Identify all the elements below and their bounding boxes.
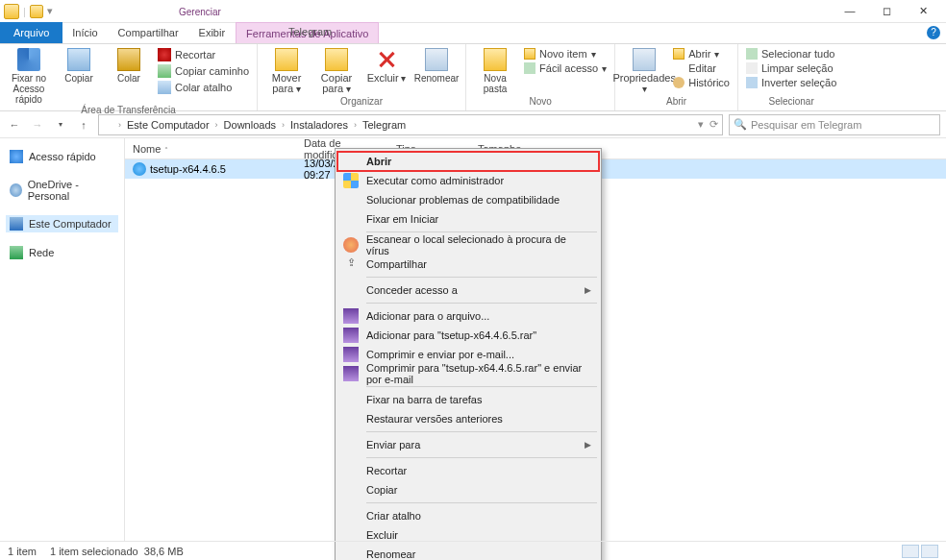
search-box[interactable]: 🔍 Pesquisar em Telegram	[729, 114, 940, 135]
search-icon: 🔍	[734, 118, 747, 131]
ribbon: Fixar no Acesso rápido Copiar Colar Reco…	[0, 44, 946, 111]
breadcrumb-item[interactable]: Telegram	[359, 119, 410, 131]
group-open: Propriedades ▾ Abrir ▾ Editar Histórico …	[615, 44, 738, 110]
group-label: Abrir	[623, 96, 730, 109]
tab-home[interactable]: Início	[62, 22, 108, 43]
submenu-arrow-icon: ▶	[585, 440, 591, 450]
ribbon-tabs: Gerenciar Arquivo Início Compartilhar Ex…	[0, 23, 946, 44]
ctx-pin-taskbar[interactable]: Fixar na barra de tarefas	[337, 390, 599, 409]
rar-icon	[343, 366, 359, 381]
paste-shortcut-button[interactable]: Colar atalho	[158, 81, 249, 94]
ctx-add-rar[interactable]: Adicionar para "tsetup-x64.4.6.5.rar"	[337, 326, 599, 345]
submenu-arrow-icon: ▶	[585, 285, 591, 295]
view-thumbnails-button[interactable]	[921, 545, 938, 558]
address-dropdown[interactable]: ▾	[698, 118, 704, 131]
select-all-button[interactable]: Selecionar tudo	[746, 48, 836, 60]
group-new: Nova pasta Novo item ▾ Fácil acesso ▾ No…	[466, 44, 615, 110]
breadcrumb-item[interactable]: Downloads	[220, 119, 280, 131]
status-selection: 1 item selecionado 38,6 MB	[50, 546, 184, 557]
pin-quick-access-button[interactable]: Fixar no Acesso rápido	[8, 48, 50, 105]
ctx-send-to[interactable]: Enviar para▶	[337, 435, 599, 454]
breadcrumb-item[interactable]: Instaladores	[286, 119, 352, 131]
maximize-button[interactable]: ◻	[873, 5, 900, 17]
col-name: Nome˄	[125, 143, 296, 155]
search-placeholder: Pesquisar em Telegram	[751, 119, 861, 131]
back-button[interactable]: ←	[6, 116, 23, 134]
group-select: Selecionar tudo Limpar seleção Inverter …	[738, 44, 844, 110]
sort-indicator-icon: ˄	[164, 146, 168, 155]
status-bar: 1 item 1 item selecionado 38,6 MB	[0, 541, 946, 560]
invert-selection-button[interactable]: Inverter seleção	[746, 77, 836, 88]
status-item-count: 1 item	[8, 546, 37, 557]
breadcrumb-item[interactable]: Este Computador	[123, 119, 213, 131]
minimize-button[interactable]: —	[836, 5, 863, 17]
navigation-bar: ← → ▾ ↑ › Este Computador› Downloads› In…	[0, 111, 946, 138]
tab-share[interactable]: Compartilhar	[109, 22, 189, 43]
ctx-scan-virus[interactable]: Escanear o local selecionado à procura d…	[337, 235, 599, 255]
help-icon[interactable]: ?	[927, 26, 940, 39]
window-title: Telegram	[288, 26, 332, 37]
ctx-restore-versions[interactable]: Restaurar versões anteriores	[337, 409, 599, 428]
ctx-email-rar[interactable]: Comprimir para "tsetup-x64.4.6.5.rar" e …	[337, 364, 599, 383]
forward-button[interactable]: →	[29, 116, 46, 134]
context-menu: Abrir Executar como administrador Soluci…	[335, 148, 602, 560]
ctx-email-zip[interactable]: Comprimir e enviar por e-mail...	[337, 345, 599, 364]
edit-button[interactable]: Editar	[673, 62, 730, 74]
close-button[interactable]: ✕	[909, 5, 936, 17]
paste-button[interactable]: Colar	[108, 48, 150, 84]
ctx-share[interactable]: ⇪Compartilhar	[337, 255, 599, 274]
ctx-copy[interactable]: Copiar	[337, 480, 599, 499]
shield-icon	[343, 173, 359, 188]
rar-icon	[343, 308, 359, 324]
ctx-grant-access[interactable]: Conceder acesso a▶	[337, 280, 599, 300]
rar-icon	[343, 347, 359, 362]
address-bar[interactable]: › Este Computador› Downloads› Instalador…	[98, 114, 723, 135]
ctx-create-shortcut[interactable]: Criar atalho	[337, 506, 599, 525]
ctx-open[interactable]: Abrir	[337, 152, 599, 171]
folder-icon	[103, 118, 116, 132]
qat-divider: |	[23, 6, 26, 17]
rename-button[interactable]: Renomear	[415, 48, 458, 84]
folder-icon-2	[30, 5, 43, 18]
navigation-pane: Acesso rápido OneDrive - Personal Este C…	[0, 138, 125, 541]
move-to-button[interactable]: Mover para ▾	[265, 48, 308, 94]
ctx-run-admin[interactable]: Executar como administrador	[337, 171, 599, 190]
tab-file[interactable]: Arquivo	[0, 22, 62, 43]
group-label: Novo	[474, 96, 607, 109]
window-controls: — ◻ ✕	[836, 5, 942, 17]
sidebar-quick-access[interactable]: Acesso rápido	[6, 148, 118, 165]
select-none-button[interactable]: Limpar seleção	[746, 62, 836, 74]
sidebar-network[interactable]: Rede	[6, 244, 118, 261]
group-label: Selecionar	[746, 96, 836, 109]
copy-to-button[interactable]: Copiar para ▾	[315, 48, 358, 94]
up-button[interactable]: ↑	[75, 116, 92, 134]
ctx-cut[interactable]: Recortar	[337, 461, 599, 480]
delete-button[interactable]: Excluir ▾	[365, 48, 408, 84]
ctx-pin-start[interactable]: Fixar em Iniciar	[337, 209, 599, 229]
ctx-compat[interactable]: Solucionar problemas de compatibilidade	[337, 190, 599, 209]
antivirus-icon	[343, 237, 359, 253]
view-details-button[interactable]	[902, 545, 919, 558]
folder-icon	[4, 4, 19, 19]
properties-button[interactable]: Propriedades ▾	[623, 48, 665, 94]
view-switcher	[902, 545, 938, 558]
share-icon: ⇪	[343, 256, 359, 272]
qat-dropdown[interactable]: ▾	[47, 5, 53, 17]
cut-button[interactable]: Recortar	[158, 48, 249, 61]
group-clipboard: Fixar no Acesso rápido Copiar Colar Reco…	[0, 44, 258, 110]
new-item-button[interactable]: Novo item ▾	[524, 48, 607, 60]
tab-view[interactable]: Exibir	[189, 22, 236, 43]
new-folder-button[interactable]: Nova pasta	[474, 48, 516, 94]
app-icon	[133, 162, 146, 176]
copy-path-button[interactable]: Copiar caminho	[158, 64, 249, 78]
open-button[interactable]: Abrir ▾	[673, 48, 730, 60]
recent-locations-button[interactable]: ▾	[52, 116, 69, 134]
refresh-button[interactable]: ⟳	[710, 118, 718, 131]
sidebar-this-pc[interactable]: Este Computador	[6, 215, 118, 232]
group-label: Organizar	[265, 96, 458, 109]
sidebar-onedrive[interactable]: OneDrive - Personal	[6, 177, 118, 204]
easy-access-button[interactable]: Fácil acesso ▾	[524, 62, 607, 74]
ctx-add-archive[interactable]: Adicionar para o arquivo...	[337, 306, 599, 326]
copy-button[interactable]: Copiar	[58, 48, 100, 84]
history-button[interactable]: Histórico	[673, 77, 730, 88]
